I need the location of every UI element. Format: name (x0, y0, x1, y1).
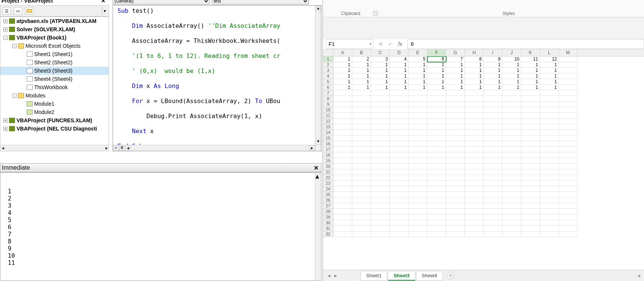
cell[interactable] (409, 226, 427, 231)
cell[interactable] (333, 181, 352, 186)
cell[interactable] (427, 124, 446, 130)
cell[interactable]: 1 (427, 68, 446, 73)
procedure-dropdown[interactable]: test (212, 0, 309, 5)
row-header[interactable]: 13 (323, 124, 333, 130)
cell[interactable] (484, 90, 502, 96)
cell[interactable]: 1 (409, 68, 427, 73)
cell[interactable] (427, 186, 446, 192)
cell[interactable] (502, 96, 521, 102)
cell[interactable] (559, 85, 578, 90)
row-header[interactable]: 24 (323, 186, 333, 192)
cell[interactable] (484, 186, 502, 192)
row-header[interactable]: 25 (323, 192, 333, 197)
cell[interactable]: 9 (484, 56, 502, 62)
cell[interactable] (502, 209, 521, 214)
cell[interactable] (390, 118, 409, 124)
cell[interactable] (352, 197, 371, 203)
cell[interactable] (540, 130, 559, 135)
add-sheet-button[interactable]: + (446, 272, 455, 280)
cell[interactable]: 1 (446, 73, 465, 79)
cell[interactable] (371, 118, 390, 124)
cell[interactable] (409, 169, 427, 175)
cell[interactable] (465, 130, 484, 135)
cell[interactable] (371, 113, 390, 118)
cell[interactable]: 5 (409, 56, 427, 62)
cell[interactable] (502, 147, 521, 152)
cell[interactable] (333, 90, 352, 96)
cell[interactable] (352, 107, 371, 113)
cell[interactable] (409, 197, 427, 203)
cell[interactable] (427, 113, 446, 118)
cell[interactable]: 1 (409, 79, 427, 85)
cell[interactable] (559, 73, 578, 79)
cell[interactable] (427, 169, 446, 175)
cell[interactable] (352, 152, 371, 158)
cell[interactable] (427, 158, 446, 164)
cell[interactable]: 1 (484, 79, 502, 85)
cell[interactable]: 1 (465, 79, 484, 85)
cell[interactable] (409, 141, 427, 147)
project-tree[interactable]: +atpvbaen.xls (ATPVBAEN.XLAM+Solver (SOL… (0, 17, 109, 151)
cell[interactable] (390, 102, 409, 107)
cell[interactable] (333, 226, 352, 231)
cell[interactable]: 1 (540, 62, 559, 68)
cell[interactable] (390, 90, 409, 96)
cell[interactable] (502, 203, 521, 209)
cell[interactable] (465, 147, 484, 152)
cell[interactable] (446, 175, 465, 181)
cell[interactable]: 7 (446, 56, 465, 62)
cell[interactable] (502, 226, 521, 231)
cell[interactable] (446, 214, 465, 220)
cell[interactable] (540, 220, 559, 226)
cell[interactable] (559, 90, 578, 96)
cell[interactable] (446, 135, 465, 141)
cell[interactable] (521, 214, 540, 220)
cell[interactable] (540, 124, 559, 130)
proc-view-button[interactable]: ≡ (113, 146, 119, 151)
cell[interactable] (427, 220, 446, 226)
cell[interactable] (540, 169, 559, 175)
column-header[interactable]: B (352, 50, 371, 56)
cell[interactable] (465, 96, 484, 102)
enter-icon[interactable]: ✓ (388, 41, 393, 47)
cell[interactable] (371, 124, 390, 130)
column-header[interactable]: E (409, 50, 427, 56)
row-header[interactable]: 8 (323, 96, 333, 102)
cell[interactable] (446, 220, 465, 226)
code-pane[interactable]: Sub test() Dim AssociateArray() ''Dim As… (113, 5, 321, 151)
cell[interactable] (390, 214, 409, 220)
cell[interactable] (352, 192, 371, 197)
cell[interactable]: 1 (446, 79, 465, 85)
column-header[interactable]: K (521, 50, 540, 56)
cell[interactable] (559, 130, 578, 135)
code-text[interactable]: Sub test() Dim AssociateArray() ''Dim As… (118, 7, 315, 145)
cell[interactable]: 1 (446, 85, 465, 90)
cell[interactable] (409, 209, 427, 214)
cell[interactable] (427, 181, 446, 186)
cell[interactable] (371, 107, 390, 113)
cell[interactable] (390, 124, 409, 130)
cell[interactable]: 1 (390, 79, 409, 85)
cell[interactable] (446, 141, 465, 147)
cell[interactable] (333, 231, 352, 237)
namebox-dropdown-icon[interactable]: ▼ (369, 42, 372, 46)
cell[interactable] (409, 130, 427, 135)
cell[interactable] (521, 203, 540, 209)
expand-icon[interactable]: + (3, 19, 8, 23)
cell[interactable] (465, 124, 484, 130)
cell[interactable] (446, 209, 465, 214)
cell[interactable] (409, 175, 427, 181)
cell[interactable] (540, 203, 559, 209)
row-header[interactable]: 29 (323, 214, 333, 220)
tree-node[interactable]: ThisWorkbook (0, 83, 109, 91)
cell[interactable] (409, 164, 427, 169)
cell[interactable] (465, 141, 484, 147)
object-dropdown[interactable]: (General) (113, 0, 210, 5)
tree-node[interactable]: +Solver (SOLVER.XLAM) (0, 25, 109, 33)
cell[interactable]: 10 (502, 56, 521, 62)
cell[interactable] (521, 130, 540, 135)
cell[interactable] (559, 192, 578, 197)
row-header[interactable]: 31 (323, 226, 333, 231)
cell[interactable] (559, 169, 578, 175)
cell[interactable]: 1 (352, 85, 371, 90)
